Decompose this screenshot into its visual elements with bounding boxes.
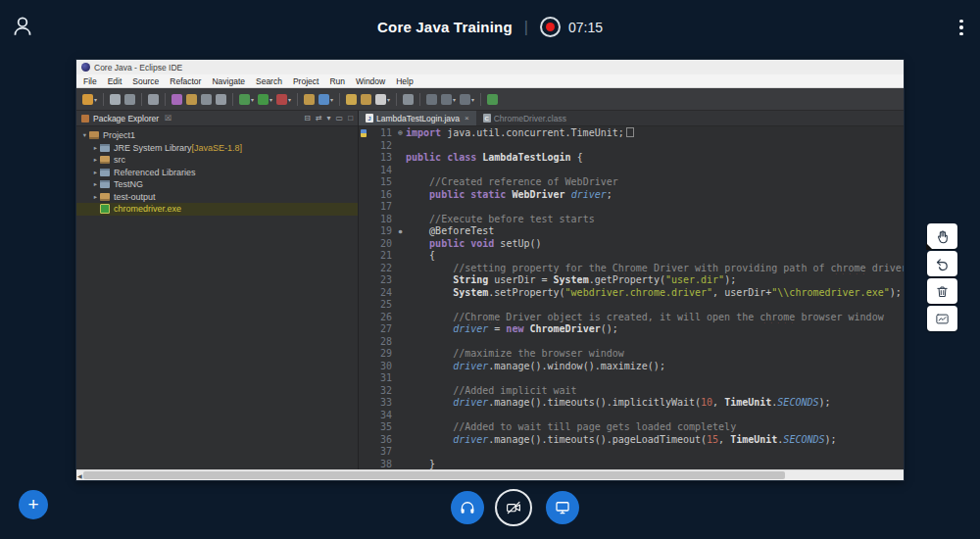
tab-close-icon[interactable]: × <box>465 114 469 122</box>
annotation-tool-button[interactable] <box>927 306 957 331</box>
audio-button[interactable] <box>451 491 484 524</box>
toolbar-open-task-icon[interactable] <box>148 94 159 105</box>
menu-source[interactable]: Source <box>132 76 159 86</box>
toolbar-debug-icon[interactable]: ▾ <box>239 94 254 105</box>
annotation-ruler <box>359 459 368 470</box>
token: "\\chromedriver.exe" <box>771 287 889 298</box>
tree-item-referenced-libraries[interactable]: ▸Referenced Libraries <box>76 167 358 179</box>
menu-search[interactable]: Search <box>256 76 282 86</box>
code-area[interactable]: 11⊕import java.util.concurrent.TimeUnit;… <box>359 126 904 469</box>
fold-marker-icon <box>395 397 406 410</box>
add-button[interactable]: + <box>19 490 48 519</box>
code-line: 12 <box>359 140 904 153</box>
minimize-icon[interactable]: ▭ <box>336 114 344 122</box>
camera-off-button[interactable] <box>495 489 532 526</box>
token: SECONDS <box>777 397 818 408</box>
toolbar-external-tools-icon[interactable] <box>172 94 182 105</box>
toolbar-profile-icon[interactable]: ▾ <box>276 94 291 105</box>
tab-chromedriver-class[interactable]: CChromeDriver.class <box>476 111 573 125</box>
token: import <box>406 127 441 138</box>
collapse-all-icon[interactable]: ⊟ <box>304 114 311 122</box>
toolbar-forward-icon[interactable]: ▾ <box>460 94 474 105</box>
expander-icon[interactable]: ▸ <box>91 144 100 152</box>
package-explorer-tools: ⊟⇄▾▭□ <box>304 114 353 122</box>
menu-window[interactable]: Window <box>356 76 385 86</box>
fold-marker-icon <box>395 434 406 447</box>
library-icon <box>100 169 110 176</box>
toolbar-back-icon[interactable]: ▾ <box>441 94 456 105</box>
toolbar-save-icon[interactable] <box>110 94 121 105</box>
code-line: 18 //Execute before test starts <box>359 214 904 226</box>
tree-item-test-output[interactable]: ▸test-output <box>76 191 358 204</box>
kebab-menu-icon[interactable] <box>953 16 970 39</box>
scrollbar-thumb[interactable] <box>83 471 785 479</box>
menu-help[interactable]: Help <box>396 76 413 86</box>
toolbar-mark-occurrences-icon[interactable]: ▾ <box>375 94 390 105</box>
fold-marker-icon <box>395 189 406 202</box>
code-text: driver.manage().timeouts().pageLoadTimeo… <box>406 434 904 447</box>
code-text: driver.manage().window().maximize(); <box>406 361 904 373</box>
menu-edit[interactable]: Edit <box>108 76 122 86</box>
menu-project[interactable]: Project <box>293 76 318 86</box>
annotation-ruler <box>359 225 368 238</box>
menu-refactor[interactable]: Refactor <box>170 76 201 86</box>
scroll-left-arrow-icon[interactable]: ◀ <box>77 472 82 479</box>
token: setUp() <box>494 238 541 249</box>
expander-icon[interactable]: ▸ <box>91 156 100 164</box>
horizontal-scrollbar[interactable]: ◀ <box>76 469 904 480</box>
fold-marker-icon <box>395 140 406 153</box>
toolbar-new-java-project-icon[interactable] <box>304 94 315 105</box>
delete-annotation-button[interactable] <box>927 278 957 304</box>
toolbar-save-all-icon[interactable] <box>124 94 135 105</box>
menu-navigate[interactable]: Navigate <box>212 76 245 86</box>
dropdown-caret-icon: ▾ <box>330 96 333 103</box>
code-line: 15 //Created reference of WebDriver <box>359 176 904 189</box>
toolbar-new-wizard-icon[interactable]: ▾ <box>82 94 97 105</box>
expander-icon[interactable]: ▸ <box>91 193 100 201</box>
raise-hand-button[interactable] <box>927 223 957 249</box>
toolbar-java-element-icon[interactable] <box>403 94 414 105</box>
screen-share-button[interactable] <box>546 491 579 524</box>
undo-button[interactable] <box>927 251 957 276</box>
tree-item-chromedriver-exe[interactable]: chromedriver.exe <box>76 203 358 216</box>
tab-lambdatestlogin-java[interactable]: JLambdaTestLogin.java× <box>359 111 476 125</box>
annotation-ruler <box>359 238 368 251</box>
toolbar-last-edit-location-icon[interactable] <box>426 94 437 105</box>
project-tree: ▾Project1▸JRE System Library [JavaSE-1.8… <box>76 126 358 216</box>
editor-tab-bar: JLambdaTestLogin.java×CChromeDriver.clas… <box>359 111 904 126</box>
expander-icon[interactable]: ▸ <box>91 180 100 188</box>
code-line: 22 //setting property for the Chrome Dri… <box>359 263 904 275</box>
menu-file[interactable]: File <box>83 76 97 86</box>
maximize-icon[interactable]: □ <box>348 114 353 122</box>
expander-icon[interactable]: ▸ <box>91 169 100 176</box>
view-menu-icon[interactable]: ▾ <box>327 114 331 122</box>
code-text: import java.util.concurrent.TimeUnit; <box>406 127 904 140</box>
view-close-icon[interactable]: ☒ <box>165 114 172 122</box>
toolbar-new-class-icon[interactable]: ▾ <box>318 94 333 105</box>
title-divider: | <box>524 19 528 36</box>
toolbar-show-whitespace-icon[interactable] <box>216 94 226 105</box>
toolbar-java-perspective-icon[interactable] <box>487 94 498 105</box>
tree-item-label: JRE System Library <box>114 143 192 153</box>
toolbar-open-type-icon[interactable] <box>346 94 357 105</box>
code-line: 31 <box>359 372 904 385</box>
toolbar-search-icon[interactable] <box>201 94 212 105</box>
annotation-ruler <box>359 127 368 140</box>
expander-icon[interactable]: ▾ <box>80 131 89 139</box>
tree-item-testng[interactable]: ▸TestNG <box>76 178 358 191</box>
toolbar-package-icon[interactable] <box>361 94 371 105</box>
token: public <box>429 189 465 200</box>
token: .setProperty( <box>488 287 564 298</box>
toolbar-run-icon[interactable]: ▾ <box>258 94 272 105</box>
tree-item-src[interactable]: ▸src <box>76 154 358 167</box>
tree-item-jre-system-library[interactable]: ▸JRE System Library [JavaSE-1.8] <box>76 142 358 155</box>
tree-item-project1[interactable]: ▾Project1 <box>76 129 358 142</box>
menu-run[interactable]: Run <box>329 76 345 86</box>
token: "webdriver.chrome.driver" <box>565 287 713 298</box>
toolbar-coverage-icon[interactable] <box>186 94 197 105</box>
line-number: 16 <box>368 189 395 202</box>
link-with-editor-icon[interactable]: ⇄ <box>316 114 322 122</box>
record-icon <box>540 17 561 37</box>
fold-marker-icon[interactable]: ● <box>395 225 406 238</box>
fold-marker-icon[interactable]: ⊕ <box>395 127 406 140</box>
